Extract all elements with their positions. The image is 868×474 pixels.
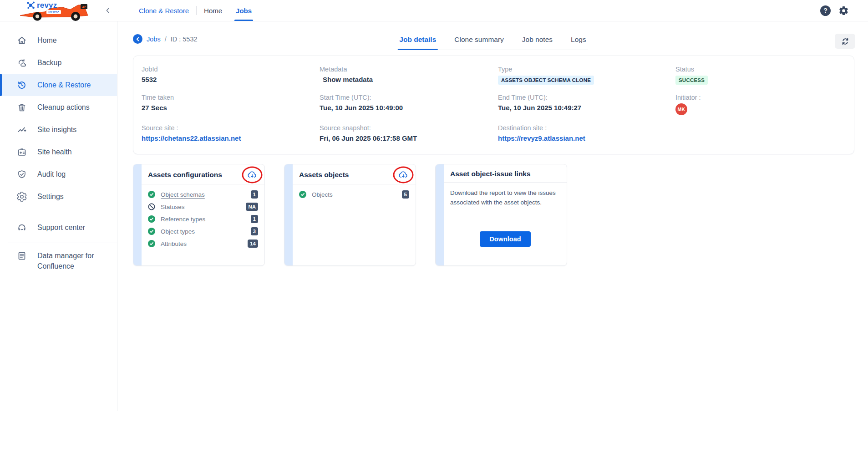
field-status: Status SUCCESS	[675, 66, 849, 85]
refresh-button[interactable]	[835, 34, 855, 49]
object-schemas-link[interactable]: Object schemas	[161, 191, 205, 198]
back-button[interactable]	[133, 34, 142, 44]
breadcrumb-jobs-link[interactable]: Jobs	[147, 36, 161, 43]
field-empty	[675, 124, 849, 142]
download-button[interactable]: Download	[480, 231, 530, 247]
card-asset-object-issue-links: Asset object-issue links Download the re…	[435, 164, 567, 266]
source-site-link[interactable]: https://chetans22.atlassian.net	[142, 134, 320, 142]
sidebar-item-audit-log[interactable]: Audit log	[0, 163, 117, 185]
sidebar-item-site-health[interactable]: Site health	[0, 141, 117, 163]
card-row-attributes: Attributes 14	[148, 240, 258, 248]
card-assets-objects: Assets objects Objects 5	[284, 164, 416, 266]
breadcrumb: Jobs / ID : 5532	[133, 34, 198, 44]
not-applicable-icon	[148, 203, 155, 210]
card-accent-strip	[284, 164, 293, 265]
header-tab-jobs[interactable]: Jobs	[236, 0, 252, 21]
tab-clone-summary[interactable]: Clone summary	[453, 31, 505, 50]
card-rows: Objects 5	[293, 184, 416, 204]
count-badge: 1	[251, 215, 258, 223]
backup-icon	[16, 57, 27, 68]
header-nav: Clone & Restore Home Jobs	[117, 0, 265, 21]
revyz-logo: 42 REVYZ rev	[18, 1, 99, 21]
count-badge: NA	[246, 203, 258, 211]
tab-logs[interactable]: Logs	[570, 31, 587, 50]
chevron-left-icon	[104, 7, 112, 14]
sidebar-item-data-manager-confluence[interactable]: Data manager for Confluence	[0, 247, 117, 275]
success-check-icon	[148, 191, 155, 198]
detail-tabs: Job details Clone summary Job notes Logs	[397, 31, 588, 50]
sidebar-item-support-center[interactable]: Support center	[0, 216, 117, 239]
count-badge: 3	[251, 227, 258, 235]
field-end-time: End Time (UTC): Tue, 10 Jun 2025 10:49:2…	[498, 94, 675, 115]
header-icons: ?	[820, 0, 868, 21]
card-row-reference-types: Reference types 1	[148, 215, 258, 223]
card-accent-strip	[133, 164, 142, 265]
svg-text:42: 42	[82, 5, 86, 9]
type-badge: ASSETS OBJECT SCHEMA CLONE	[498, 76, 594, 85]
sidebar-item-cleanup-actions[interactable]: Cleanup actions	[0, 96, 117, 118]
settings-gear-icon[interactable]	[838, 5, 849, 16]
card-row-statuses: Statuses NA	[148, 203, 258, 211]
sidebar-item-site-insights[interactable]: Site insights	[0, 118, 117, 141]
download-cloud-button[interactable]	[396, 168, 410, 181]
card-header: Assets objects	[293, 164, 416, 184]
tab-job-details[interactable]: Job details	[398, 31, 437, 50]
trend-chart-icon	[16, 124, 27, 135]
sidebar-collapse-button[interactable]	[103, 5, 113, 15]
header-tab-home[interactable]: Home	[204, 0, 222, 21]
header-section-label[interactable]: Clone & Restore	[139, 0, 189, 21]
home-icon	[16, 35, 27, 46]
breadcrumb-separator: /	[165, 36, 167, 43]
tab-job-notes[interactable]: Job notes	[521, 31, 553, 50]
card-header: Asset object-issue links	[444, 164, 567, 183]
field-source-site: Source site : https://chetans22.atlassia…	[142, 124, 320, 142]
cloud-download-icon	[398, 169, 409, 180]
headset-icon	[16, 222, 27, 233]
card-header: Assets configurations	[142, 164, 264, 184]
breadcrumb-current-id: ID : 5532	[171, 36, 198, 43]
card-row-object-types: Object types 3	[148, 227, 258, 235]
logo-text: revyz	[37, 1, 57, 10]
cloud-download-icon	[247, 169, 258, 180]
trash-icon	[16, 102, 27, 113]
svg-text:REVYZ: REVYZ	[48, 10, 59, 14]
field-metadata: Metadata Show metadata	[320, 66, 498, 85]
document-icon	[16, 250, 27, 261]
field-destination-site: Destination site : https://revyz9.atlass…	[498, 124, 675, 142]
help-icon[interactable]: ?	[820, 5, 831, 16]
gear-icon	[16, 191, 27, 202]
status-badge: SUCCESS	[675, 76, 708, 85]
count-badge: 14	[248, 240, 258, 248]
sidebar-item-settings[interactable]: Settings	[0, 185, 117, 208]
download-cloud-button[interactable]	[245, 168, 259, 181]
count-badge: 5	[402, 190, 409, 199]
result-cards: Assets configurations Object schemas 1	[133, 164, 868, 266]
sidebar-item-clone-restore[interactable]: Clone & Restore	[0, 74, 117, 96]
header-nav-divider	[196, 6, 197, 15]
count-badge: 1	[251, 190, 258, 199]
sidebar-item-backup[interactable]: Backup	[0, 51, 117, 74]
chevron-left-icon	[135, 36, 141, 42]
sidebar-divider	[8, 243, 117, 243]
logo-zone: 42 REVYZ rev	[0, 0, 117, 21]
initiator-avatar[interactable]: MK	[675, 103, 687, 115]
top-header: 42 REVYZ rev	[0, 0, 868, 21]
sidebar: Home Backup Clone & Restore Cleanup acti…	[0, 21, 117, 411]
success-check-icon	[148, 215, 155, 223]
success-check-icon	[148, 240, 155, 247]
sidebar-divider	[8, 212, 117, 212]
card-row-objects: Objects 5	[299, 190, 409, 199]
field-source-snapshot: Source snapshot: Fri, 06 Jun 2025 06:17:…	[320, 124, 498, 142]
logo-wordmark: revyz	[26, 1, 57, 10]
card-assets-configurations: Assets configurations Object schemas 1	[133, 164, 265, 266]
field-jobid: JobId 5532	[142, 66, 320, 85]
card-rows: Object schemas 1 Statuses NA Reference t…	[142, 184, 264, 254]
refresh-icon	[840, 36, 850, 46]
success-check-icon	[148, 228, 155, 235]
show-metadata-toggle[interactable]: Show metadata	[320, 76, 498, 83]
health-badge-icon	[16, 147, 27, 158]
sidebar-item-home[interactable]: Home	[0, 29, 117, 51]
shield-check-icon	[16, 169, 27, 180]
field-initiator: Initiator : MK	[675, 94, 849, 115]
destination-site-link[interactable]: https://revyz9.atlassian.net	[498, 134, 675, 142]
